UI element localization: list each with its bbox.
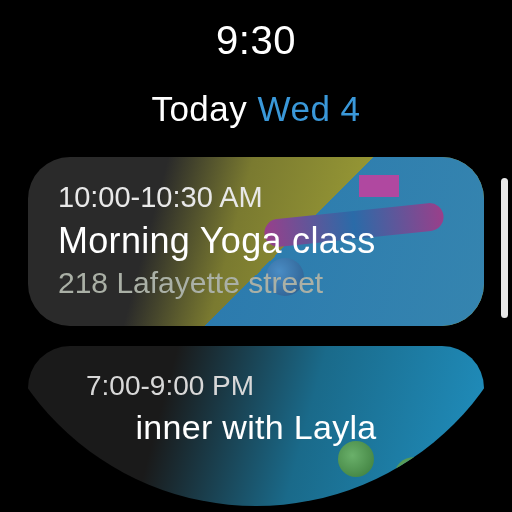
food-icon xyxy=(394,457,434,497)
event-location: 218 Lafayette street xyxy=(58,266,454,300)
event-card[interactable]: 7:00-9:00 PM inner with Layla xyxy=(28,346,484,507)
scroll-indicator[interactable] xyxy=(501,178,508,318)
date-header: Today Wed 4 xyxy=(0,89,512,129)
event-list[interactable]: 10:00-10:30 AM Morning Yoga class 218 La… xyxy=(0,157,512,507)
event-time: 7:00-9:00 PM xyxy=(58,370,454,402)
event-title: Morning Yoga class xyxy=(58,220,454,262)
event-card[interactable]: 10:00-10:30 AM Morning Yoga class 218 La… xyxy=(28,157,484,326)
event-time: 10:00-10:30 AM xyxy=(58,181,454,214)
status-clock: 9:30 xyxy=(0,0,512,63)
event-title: inner with Layla xyxy=(58,408,454,447)
today-label: Today xyxy=(151,89,247,128)
day-label: Wed 4 xyxy=(258,89,361,128)
